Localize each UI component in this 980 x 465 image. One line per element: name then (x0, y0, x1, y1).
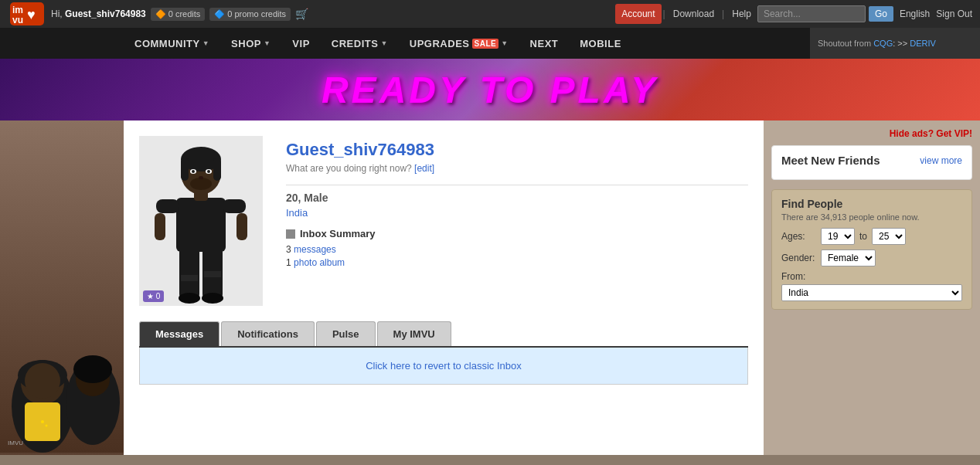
tabs-section: Messages Notifications Pulse My IMVU Cli… (139, 321, 748, 385)
svg-rect-17 (179, 248, 199, 298)
svg-point-36 (207, 170, 210, 173)
svg-rect-23 (176, 198, 226, 252)
signout-link[interactable]: Sign Out (936, 8, 972, 19)
svg-point-14 (46, 425, 48, 427)
find-people-title: Find People (781, 198, 962, 210)
credits-arrow-icon: ▼ (380, 39, 387, 47)
svg-rect-27 (236, 213, 247, 240)
svg-point-13 (41, 420, 44, 423)
nav-upgrades[interactable]: UPGRADES SALE ▼ (399, 28, 519, 59)
nav-next[interactable]: NEXT (519, 28, 570, 59)
svg-rect-26 (155, 213, 165, 240)
svg-point-38 (199, 176, 203, 179)
tab-pulse[interactable]: Pulse (316, 321, 376, 346)
svg-point-37 (190, 178, 212, 190)
star-badge: ★ 0 (143, 290, 164, 302)
shoutout-bar: Shoutout from CQG : >> DERIV (810, 28, 980, 59)
nav-mobile[interactable]: MOBILE (569, 28, 632, 59)
left-sidebar: IMVU (0, 120, 124, 455)
svg-text:IMVU: IMVU (8, 440, 23, 446)
svg-rect-20 (204, 271, 221, 277)
from-select[interactable]: India Anywhere United States United King… (781, 284, 962, 301)
community-arrow-icon: ▼ (202, 39, 209, 47)
svg-point-8 (25, 363, 60, 399)
sidebar-avatars: IMVU (0, 120, 124, 455)
tabs-bar: Messages Notifications Pulse My IMVU (139, 321, 748, 348)
download-nav-btn[interactable]: Download (667, 4, 720, 24)
logo: im vu ♥ (8, 0, 46, 28)
help-nav-btn[interactable]: Help (726, 4, 757, 24)
search-go-button[interactable]: Go (869, 6, 893, 22)
hide-ads-link[interactable]: Hide ads? Get VIP! (890, 128, 972, 139)
search-input[interactable] (757, 5, 866, 22)
revert-bar: Click here to revert to classic Inbox (140, 348, 747, 384)
profile-username: Guest_shiv764983 (286, 140, 748, 160)
svg-point-35 (192, 170, 195, 173)
main-content: ★ 0 Guest_shiv764983 What are you doing … (124, 120, 764, 455)
avatar-image (139, 136, 263, 306)
messages-link[interactable]: messages (294, 244, 336, 255)
svg-rect-25 (223, 199, 246, 213)
svg-point-12 (73, 355, 112, 383)
upgrades-arrow-icon: ▼ (501, 39, 508, 47)
edit-status-link[interactable]: [edit] (414, 163, 434, 174)
profile-info: Guest_shiv764983 What are you doing righ… (286, 136, 748, 270)
nav-shop[interactable]: SHOP ▼ (220, 28, 281, 59)
nav-vip[interactable]: VIP (281, 28, 320, 59)
inbox-album-item: 1 photo album (286, 257, 748, 268)
svg-rect-31 (181, 158, 189, 181)
language-link[interactable]: English (900, 8, 930, 19)
gender-select[interactable]: Female Male Any (821, 249, 876, 266)
inbox-title: Inbox Summary (286, 228, 748, 239)
credits-badge[interactable]: 🔶 0 credits (151, 8, 206, 21)
ages-label: Ages: (781, 231, 816, 242)
meet-friends-section: Meet New Friends view more (771, 145, 972, 180)
ages-row: Ages: 19 20 21 25 to 25 30 35 (781, 228, 962, 245)
page-wrapper: IMVU (0, 120, 980, 455)
main-nav: COMMUNITY ▼ SHOP ▼ VIP CREDITS ▼ UPGRADE… (0, 28, 980, 59)
banner-text: READY TO PLAY (322, 69, 658, 111)
age-from-select[interactable]: 19 20 21 25 (821, 228, 855, 245)
from-label: From: (781, 271, 962, 282)
inbox-summary: Inbox Summary 3 messages 1 photo album (286, 228, 748, 268)
cart-icon[interactable]: 🛒 (295, 8, 308, 20)
gender-label: Gender: (781, 253, 816, 263)
revert-inbox-link[interactable]: Click here to revert to classic Inbox (366, 360, 522, 372)
account-nav-btn[interactable]: Account (615, 4, 661, 24)
view-more-link[interactable]: view more (920, 155, 962, 166)
svg-rect-19 (181, 275, 198, 281)
credit-icon: 🔶 (155, 9, 166, 19)
people-online-count: There are 34,913 people online now. (781, 212, 962, 222)
from-container: From: India Anywhere United States Unite… (781, 271, 962, 301)
tab-notifications[interactable]: Notifications (221, 321, 315, 346)
profile-location[interactable]: India (286, 207, 748, 219)
nav-community[interactable]: COMMUNITY ▼ (124, 28, 220, 59)
shop-arrow-icon: ▼ (264, 39, 271, 47)
meet-friends-title: Meet New Friends (781, 154, 880, 167)
gender-row: Gender: Female Male Any (781, 249, 962, 266)
profile-section: ★ 0 Guest_shiv764983 What are you doing … (139, 136, 748, 306)
svg-rect-32 (213, 158, 221, 181)
top-nav-right: Account | Download | Help Go English Sig… (615, 4, 972, 24)
find-people-section: Find People There are 34,913 people onli… (771, 189, 972, 310)
promo-credits-badge[interactable]: 🔷 0 promo credits (209, 8, 291, 21)
avatar-container: ★ 0 (139, 136, 271, 306)
inbox-messages-item: 3 messages (286, 244, 748, 255)
meet-friends-header: Meet New Friends view more (781, 154, 962, 167)
svg-text:vu: vu (12, 15, 23, 25)
tab-content: Click here to revert to classic Inbox (139, 348, 748, 385)
age-to-select[interactable]: 25 30 35 (872, 228, 906, 245)
top-username: Guest_shiv764983 (65, 8, 146, 19)
nav-credits[interactable]: CREDITS ▼ (321, 28, 399, 59)
profile-status: What are you doing right now? [edit] (286, 163, 748, 174)
tab-messages[interactable]: Messages (139, 321, 219, 346)
profile-age-gender: 20, Male (286, 192, 748, 204)
top-bar: im vu ♥ Hi, Guest_shiv764983 🔶 0 credits… (0, 0, 980, 28)
inbox-icon (286, 229, 295, 239)
svg-rect-24 (156, 199, 179, 213)
photo-album-link[interactable]: photo album (294, 257, 345, 268)
hide-ads-bar: Hide ads? Get VIP! (771, 128, 972, 139)
sale-badge: SALE (472, 39, 499, 49)
profile-divider (286, 185, 748, 185)
tab-my-imvu[interactable]: My IMVU (377, 321, 451, 346)
